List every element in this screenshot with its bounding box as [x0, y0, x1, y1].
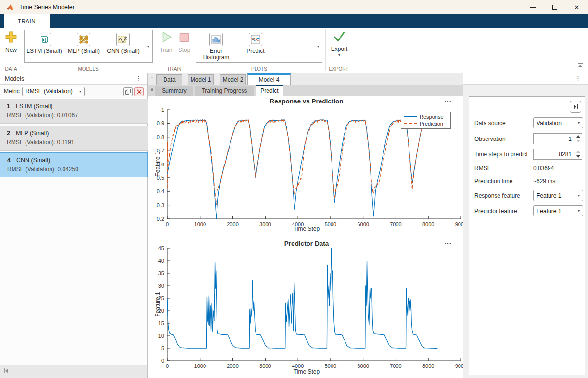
models-panel-menu-icon[interactable]: ⋮ [135, 75, 141, 82]
models-gallery-dropdown[interactable]: ▾ [144, 30, 153, 63]
gallery-item-error-histogram[interactable]: Error Histogram [196, 30, 236, 62]
minimize-button[interactable] [522, 0, 544, 14]
metric-dropdown[interactable]: RMSE (Validation) ▾ [22, 87, 85, 96]
models-panel-header: Models ⋮ [0, 73, 147, 85]
svg-text:10: 10 [158, 333, 164, 339]
section-separator [23, 29, 23, 71]
models-panel-bottom-bar [0, 365, 147, 378]
svg-text:0.3: 0.3 [157, 202, 164, 208]
svg-text:0.2: 0.2 [157, 216, 164, 222]
plots-gallery-dropdown[interactable]: ▾ [314, 30, 322, 63]
gallery-item-lstm[interactable]: LSTM (Small) [25, 30, 64, 62]
predict-plot-icon [249, 33, 262, 46]
response-chart-ylabel: Feature 1 [154, 151, 161, 176]
svg-text:30: 30 [158, 283, 164, 289]
close-button[interactable]: ✕ [566, 0, 588, 14]
predictor-chart-ylabel: Feature 1 [154, 292, 161, 316]
svg-text:45: 45 [158, 245, 164, 251]
models-panel-title: Models [5, 76, 24, 82]
svg-text:0: 0 [161, 358, 164, 364]
time-steps-up-button[interactable] [575, 149, 582, 154]
section-label-data: DATA [0, 66, 22, 72]
collapse-ribbon-icon[interactable] [576, 63, 584, 68]
lstm-icon [38, 33, 51, 46]
models-panel: Models ⋮ Metric RMSE (Validation) ▾ [0, 73, 148, 378]
delete-model-button[interactable] [134, 87, 144, 96]
model-card-cnn-selected[interactable]: 4CNN (Small) RMSE (Validation): 0.04250 [0, 152, 148, 177]
ribbon-toolbar: New DATA LSTM (Small) [0, 28, 588, 73]
legend-line-response [404, 116, 417, 117]
section-separator [155, 29, 155, 71]
delete-x-icon [137, 89, 141, 94]
predictor-chart-svg[interactable]: 0100020003000400050006000700080009000051… [150, 237, 463, 378]
plots-gallery: Error Histogram Predict [196, 30, 314, 63]
export-button[interactable]: Export ▾ [327, 30, 351, 57]
train-button[interactable]: Train [157, 30, 175, 53]
rmse-value: 0.03694 [533, 165, 554, 172]
new-button[interactable]: New [1, 30, 21, 53]
check-icon [332, 30, 346, 44]
observation-down-button[interactable] [575, 139, 582, 144]
chart-legend[interactable]: Response Prediction [401, 112, 451, 129]
play-icon [159, 30, 173, 45]
mlp-icon [77, 33, 90, 46]
observation-up-button[interactable] [575, 134, 582, 139]
legend-line-prediction [404, 123, 417, 124]
export-dropdown-arrow[interactable]: ▾ [338, 53, 340, 57]
predictor-chart-xlabel: Time Step [150, 368, 463, 375]
models-gallery: LSTM (Small) [24, 30, 144, 63]
tab-list-icon[interactable]: ≡ [151, 76, 153, 81]
section-separator [194, 29, 194, 71]
collapse-panel-left-icon[interactable] [3, 367, 10, 376]
metric-label: Metric [4, 88, 20, 95]
right-tab-strip: ⋮ [463, 73, 588, 85]
observation-stepper: 1 [533, 133, 582, 144]
cnn-icon [116, 33, 130, 46]
tab-model-2[interactable]: Model 2 [220, 74, 246, 85]
svg-text:35: 35 [158, 270, 164, 276]
maximize-button[interactable] [544, 0, 566, 14]
tab-train[interactable]: TRAIN [4, 14, 50, 28]
stop-icon [179, 30, 190, 45]
gallery-item-predict[interactable]: Predict [236, 30, 275, 62]
predictor-feature-dropdown[interactable]: Feature 1 ▾ [533, 205, 583, 216]
time-steps-label: Time steps to predict [474, 151, 528, 158]
predictor-feature-label: Predictor feature [474, 208, 517, 214]
chevron-down-icon: ▾ [578, 121, 580, 125]
response-feature-dropdown[interactable]: Feature 1 ▾ [533, 190, 583, 201]
matlab-logo-icon [6, 4, 15, 11]
section-label-export: EXPORT [323, 66, 354, 72]
observation-label: Observation [474, 136, 506, 142]
time-steps-down-button[interactable] [575, 154, 582, 160]
right-strip-menu-icon[interactable]: ⋮ [575, 75, 581, 82]
rmse-label: RMSE [474, 165, 491, 172]
tab-data[interactable]: Data [156, 74, 182, 85]
stop-button[interactable]: Stop [176, 30, 192, 53]
svg-text:5: 5 [161, 345, 164, 351]
svg-text:0.4: 0.4 [157, 189, 164, 194]
collapse-panel-right-icon[interactable] [570, 101, 581, 113]
model-card-mlp[interactable]: 2MLP (Small) RMSE (Validation): 0.1191 [0, 126, 148, 151]
response-feature-label: Response feature [474, 192, 520, 199]
plus-icon [4, 30, 18, 45]
ribbon-tab-row: TRAIN [0, 14, 588, 28]
title-bar: Time Series Modeler ✕ [0, 0, 588, 14]
document-tab-strip: ≡ Data Model 1 Model 2 Model 4 [148, 73, 463, 85]
chevron-down-icon: ▾ [578, 209, 580, 213]
tab-model-4[interactable]: Model 4 [247, 73, 291, 85]
model-card-lstm[interactable]: 1LSTM (Small) RMSE (Validation): 0.01067 [0, 99, 148, 124]
tab-model-1[interactable]: Model 1 [188, 74, 214, 85]
observation-field[interactable]: 1 [533, 133, 575, 144]
copy-icon [125, 88, 131, 95]
section-label-plots: PLOTS [196, 66, 322, 72]
response-chart-xlabel: Time Step [150, 226, 463, 232]
metric-row: Metric RMSE (Validation) ▾ [0, 85, 147, 98]
gallery-item-mlp[interactable]: MLP (Small) [64, 30, 103, 62]
section-label-models: MODELS [24, 66, 153, 72]
data-source-dropdown[interactable]: Validation ▾ [533, 117, 583, 128]
tab-list-icon[interactable]: ≡ [151, 87, 153, 92]
time-steps-field[interactable]: 8281 [533, 149, 575, 160]
section-label-train: TRAIN [155, 66, 194, 72]
gallery-item-cnn[interactable]: CNN (Small) [103, 30, 143, 62]
duplicate-model-button[interactable] [123, 87, 133, 96]
